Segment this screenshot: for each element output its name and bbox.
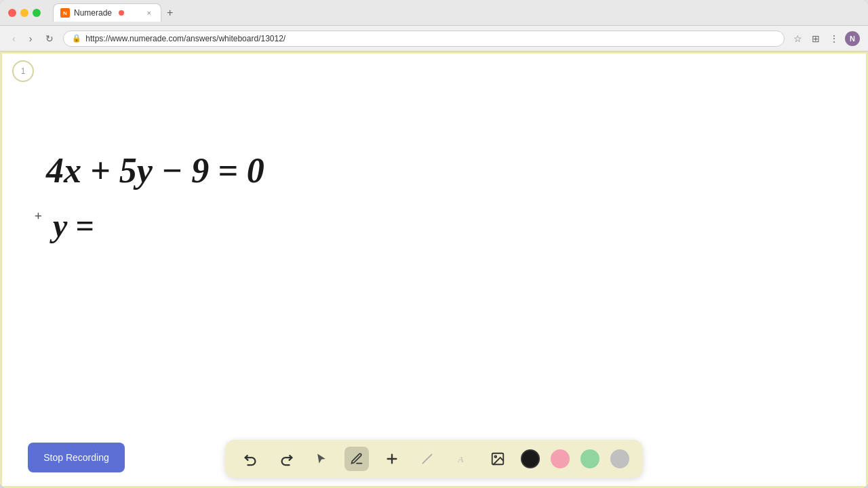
menu-icon[interactable]: ⋮ (826, 30, 842, 47)
svg-text:4x + 5y − 9 = 0: 4x + 5y − 9 = 0 (45, 151, 264, 190)
pen-tool[interactable] (344, 447, 369, 471)
new-tab-button[interactable]: + (161, 4, 178, 22)
undo-tool[interactable] (239, 447, 263, 471)
color-green[interactable] (580, 449, 599, 468)
tab-bar: N Numerade × + (53, 3, 178, 22)
address-bar-row: ‹ › ↻ 🔒 https://www.numerade.com/answers… (0, 26, 868, 52)
avatar[interactable]: N (845, 31, 860, 46)
svg-text:A: A (457, 454, 464, 464)
add-tool[interactable] (380, 447, 404, 471)
svg-text:y =: y = (50, 207, 94, 243)
bottom-toolbar: A (225, 440, 643, 478)
tab-favicon: N (60, 8, 70, 18)
color-pink[interactable] (551, 449, 570, 468)
browser-window: N Numerade × + ‹ › ↻ 🔒 https://www.numer… (0, 0, 868, 488)
url-text: https://www.numerade.com/answers/whitebo… (85, 34, 776, 43)
minimize-button[interactable] (20, 9, 28, 17)
stop-recording-button[interactable]: Stop Recording (28, 443, 125, 472)
active-tab[interactable]: N Numerade × (53, 3, 161, 22)
extensions-icon[interactable]: ⊞ (808, 30, 823, 47)
address-bar[interactable]: 🔒 https://www.numerade.com/answers/white… (63, 30, 785, 47)
browser-toolbar-right: ☆ ⊞ ⋮ N (790, 30, 860, 47)
image-tool[interactable] (486, 447, 510, 471)
eraser-tool[interactable] (415, 447, 439, 471)
text-tool[interactable]: A (450, 447, 475, 471)
color-gray[interactable] (610, 449, 629, 468)
traffic-lights (8, 9, 41, 17)
recording-indicator (119, 10, 124, 16)
svg-point-7 (494, 455, 496, 458)
tab-close-button[interactable]: × (147, 9, 151, 17)
refresh-button[interactable]: ↻ (41, 30, 58, 47)
tab-title: Numerade (74, 8, 112, 18)
content-area: 1 4x + 5y − 9 = 0 y = + Stop Recording (0, 52, 868, 488)
cursor-indicator: + (35, 208, 42, 222)
back-button[interactable]: ‹ (8, 30, 20, 47)
bookmark-icon[interactable]: ☆ (790, 30, 806, 47)
color-black[interactable] (521, 449, 540, 468)
forward-button[interactable]: › (25, 30, 37, 47)
svg-line-4 (422, 454, 431, 463)
page-number: 1 (12, 60, 34, 82)
lock-icon: 🔒 (72, 34, 81, 43)
redo-tool[interactable] (274, 447, 298, 471)
title-bar: N Numerade × + (0, 0, 868, 26)
select-tool[interactable] (309, 447, 334, 471)
close-button[interactable] (8, 9, 16, 17)
maximize-button[interactable] (33, 9, 41, 17)
math-equations: 4x + 5y − 9 = 0 y = (33, 142, 304, 264)
